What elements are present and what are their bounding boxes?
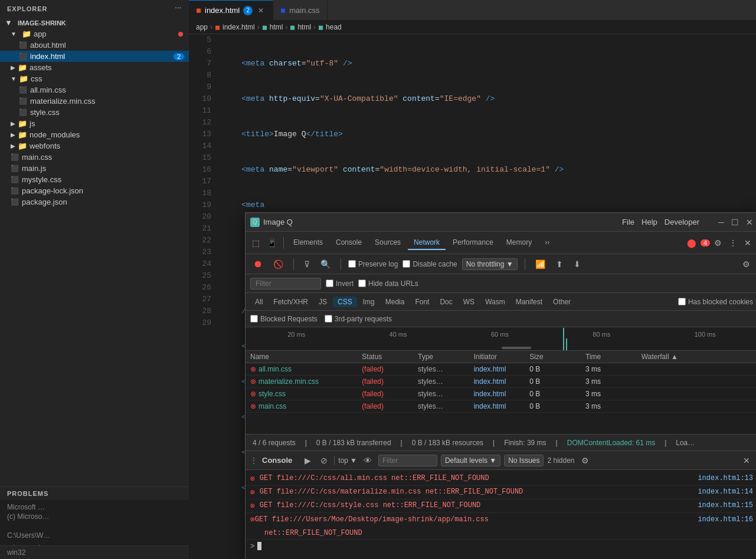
nf-tab-fetchxhr[interactable]: Fetch/XHR [269,297,313,307]
sidebar-item-stylecss[interactable]: ⬛ style.css [0,107,189,118]
tab-performance[interactable]: Performance [447,236,499,250]
console-close-icon[interactable]: ✕ [740,454,753,467]
error-text-1: GET file:///C:/css/all.min.css net::ERR_… [260,474,693,482]
css-icon: ⬛ [19,108,27,116]
error-link-3[interactable]: index.html:15 [698,501,753,509]
tab-more[interactable]: ›› [539,236,555,250]
minimize-btn[interactable]: ─ [718,218,724,227]
filter-input[interactable] [250,278,321,290]
throttle-select[interactable]: No throttling ▼ [462,258,518,270]
nf-tab-doc[interactable]: Doc [435,297,457,307]
hide-data-urls-checkbox[interactable] [358,280,366,287]
console-drag-icon[interactable]: ⋮ [250,456,257,465]
table-row[interactable]: ⊗ all.min.css (failed) styles… index.htm… [246,363,756,376]
more-options-icon[interactable]: ⋮ [726,236,740,249]
nf-tab-other[interactable]: Other [548,297,575,307]
invert-checkbox[interactable] [326,280,333,287]
preserve-log-checkbox[interactable] [348,260,356,268]
tab-console[interactable]: Console [330,236,368,250]
error-link-1[interactable]: index.html:13 [698,474,753,482]
tab-elements[interactable]: Elements [287,236,329,250]
blocked-cookies-checkbox[interactable] [678,298,686,305]
nf-tab-font[interactable]: Font [410,297,434,307]
sidebar-item-css[interactable]: ▼ 📁 css [0,73,189,84]
sidebar-item-nodemodules[interactable]: ▶ 📁 node_modules [0,129,189,140]
problem-line-2: (c) Microso… [7,512,182,521]
sidebar-item-index[interactable]: ⬛ index.html 2 [0,51,189,62]
nf-tab-media[interactable]: Media [381,297,410,307]
sidebar-item-allcss[interactable]: ⬛ all.min.css [0,84,189,96]
col-time: Time [585,353,642,361]
sidebar-item-maincss[interactable]: ⬛ main.css [0,152,189,163]
tab-sources[interactable]: Sources [369,236,407,250]
table-row[interactable]: ⊗ main.css (failed) styles… index.html 0… [246,400,756,413]
sidebar-item-packagelock[interactable]: ⬛ package-lock.json [0,185,189,196]
maximize-btn[interactable]: ☐ [731,218,739,227]
dt-menu-developer[interactable]: Developer [665,218,699,227]
filter-icon[interactable]: ⊽ [301,258,313,271]
tab-network[interactable]: Network [408,236,446,250]
dt-menu-file[interactable]: File [622,218,634,227]
error-icon-1: ⊗ [250,474,255,484]
third-party-checkbox[interactable] [325,315,332,323]
more-icon[interactable]: ⋯ [175,5,182,12]
nf-tab-manifest[interactable]: Manifest [511,297,547,307]
line-numbers: 56789 1011121314 1516171819 2021222324 2… [189,34,217,559]
dt-menu-help[interactable]: Help [642,218,657,227]
console-eye-icon[interactable]: 👁 [361,454,375,467]
css-icon: ⬛ [19,97,27,105]
settings2-icon[interactable]: ⚙ [739,258,753,271]
bc-html2: html [297,23,311,31]
dt-close-icon[interactable]: ✕ [741,236,754,249]
timeline-scrollbar[interactable] [502,347,531,349]
tab-maincss[interactable]: ◼ main.css [273,0,327,20]
console-levels-btn[interactable]: Default levels ▼ [441,455,500,466]
disable-cache-checkbox[interactable] [402,260,410,268]
upload-icon[interactable]: ⬆ [553,258,566,271]
sidebar-item-app[interactable]: ▼ 📁 app [0,28,189,40]
search-icon[interactable]: 🔍 [318,258,333,271]
table-row[interactable]: ⊗ style.css (failed) styles… index.html … [246,388,756,400]
tree-label-css: css [31,74,42,83]
error-link-4[interactable]: index.html:16 [698,515,753,524]
sidebar-item-webfonts[interactable]: ▶ 📁 webfonts [0,140,189,152]
close-tab-index[interactable]: ✕ [256,6,266,15]
device-icon[interactable]: 📱 [264,236,280,249]
nf-tab-wasm[interactable]: Wasm [480,297,510,307]
console-filter-input[interactable] [378,455,437,466]
console-context-btn[interactable]: top ▼ [338,456,357,465]
cell-type-4: styles… [418,402,474,410]
clear-btn[interactable]: 🚫 [270,258,286,271]
nf-tab-css[interactable]: CSS [333,297,357,307]
download-icon[interactable]: ⬇ [571,258,584,271]
nf-tab-ws[interactable]: WS [459,297,479,307]
blocked-requests-bar: Blocked Requests 3rd-party requests [246,311,756,327]
sidebar-item-materialize[interactable]: ⬛ materialize.min.css [0,96,189,107]
inspect-icon[interactable]: ⬚ [249,236,263,249]
root-item[interactable]: ▼ IMAGE-SHRINK [0,17,189,28]
console-play-icon[interactable]: ▶ [302,454,314,467]
tab-memory[interactable]: Memory [500,236,538,250]
table-row[interactable]: ⊗ materialize.min.css (failed) styles… i… [246,376,756,388]
sidebar-item-mystyle[interactable]: ⬛ mystyle.css [0,174,189,185]
sidebar-item-assets[interactable]: ▶ 📁 assets [0,62,189,73]
cell-status-4: (failed) [362,402,418,410]
record-btn[interactable]: ⏺ [250,257,266,271]
tl-40ms: 40 ms [390,331,407,338]
console-ban-icon[interactable]: ⊘ [318,454,330,467]
nf-tab-all[interactable]: All [250,297,267,307]
sidebar-item-about[interactable]: ⬛ about.html [0,40,189,51]
online-icon[interactable]: 📶 [532,258,548,271]
settings-icon[interactable]: ⚙ [711,236,725,249]
tab-indexhtml[interactable]: ◼ index.html 2 ✕ [189,0,273,20]
close-btn[interactable]: ✕ [746,218,753,227]
nf-tab-img[interactable]: Img [358,297,379,307]
console-issues-btn[interactable]: No Issues [504,455,544,466]
sidebar-item-package[interactable]: ⬛ package.json [0,196,189,208]
console-settings-icon[interactable]: ⚙ [578,454,592,467]
nf-tab-js[interactable]: JS [314,297,332,307]
blocked-requests-checkbox[interactable] [250,315,258,323]
error-link-2[interactable]: index.html:14 [698,488,753,496]
sidebar-item-js[interactable]: ▶ 📁 js [0,118,189,129]
sidebar-item-mainjs[interactable]: ⬛ main.js [0,163,189,174]
